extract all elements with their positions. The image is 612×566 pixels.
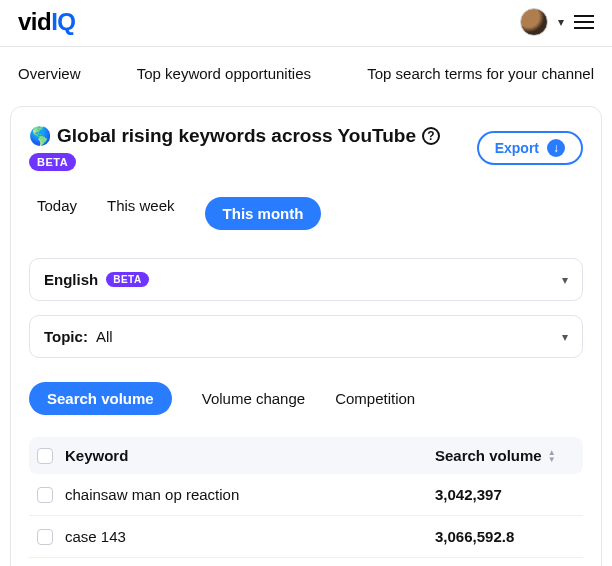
column-keyword[interactable]: Keyword [65,447,435,464]
topic-select[interactable]: Topic: All ▾ [29,315,583,358]
table-row[interactable]: chainsaw man op reaction 3,042,397 [29,474,583,516]
range-today[interactable]: Today [37,197,77,230]
export-button[interactable]: Export ↓ [477,131,583,165]
table-row[interactable]: bigg boss 16 full episode today 3,204,24… [29,558,583,566]
logo-part1: vid [18,8,51,35]
download-icon: ↓ [547,139,565,157]
tab-search-terms[interactable]: Top search terms for your channel [367,65,594,82]
tab-keyword-opportunities[interactable]: Top keyword opportunities [137,65,311,82]
keyword-cell: chainsaw man op reaction [65,486,435,503]
row-checkbox[interactable] [37,487,53,503]
language-select[interactable]: English BETA ▾ [29,258,583,301]
range-this-month[interactable]: This month [205,197,322,230]
column-search-volume[interactable]: Search volume ▲▼ [435,447,575,464]
globe-icon: 🌎 [29,125,51,147]
volume-cell: 3,042,397 [435,486,575,503]
logo[interactable]: vidIQ [18,8,76,36]
hamburger-icon[interactable] [574,15,594,29]
chevron-down-icon: ▾ [562,330,568,344]
language-value: English [44,271,98,288]
topic-value: All [96,328,113,345]
metric-competition[interactable]: Competition [335,390,415,407]
avatar[interactable] [520,8,548,36]
volume-cell: 3,066,592.8 [435,528,575,545]
topic-prefix: Topic: [44,328,88,345]
chevron-down-icon: ▾ [562,273,568,287]
table-header: Keyword Search volume ▲▼ [29,437,583,474]
table-row[interactable]: case 143 3,066,592.8 [29,516,583,558]
export-label: Export [495,140,539,156]
metric-search-volume[interactable]: Search volume [29,382,172,415]
chevron-down-icon[interactable]: ▾ [558,15,564,29]
tab-overview[interactable]: Overview [18,65,81,82]
sort-icon: ▲▼ [548,449,556,463]
range-this-week[interactable]: This week [107,197,175,230]
keyword-cell: case 143 [65,528,435,545]
select-all-checkbox[interactable] [37,448,53,464]
logo-part2: IQ [51,8,75,35]
beta-badge: BETA [29,153,76,171]
language-beta-badge: BETA [106,272,148,287]
row-checkbox[interactable] [37,529,53,545]
page-title: Global rising keywords across YouTube [57,125,416,147]
metric-volume-change[interactable]: Volume change [202,390,305,407]
help-icon[interactable]: ? [422,127,440,145]
